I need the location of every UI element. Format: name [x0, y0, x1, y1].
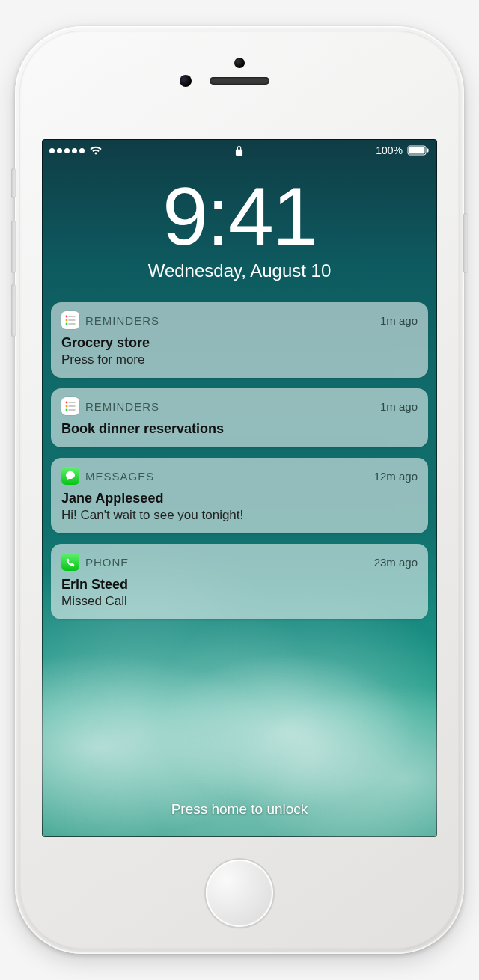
- notification-card[interactable]: MESSAGES 12m ago Jane Appleseed Hi! Can'…: [51, 458, 428, 533]
- unlock-hint: Press home to unlock: [42, 801, 437, 818]
- battery-icon: [407, 145, 430, 156]
- lock-screen[interactable]: 100% 9:41 Wednesday, August 10: [42, 139, 437, 837]
- notification-app-name: REMINDERS: [85, 400, 159, 413]
- notification-title: Erin Steed: [61, 577, 418, 592]
- notification-time: 23m ago: [374, 556, 418, 569]
- notification-card[interactable]: REMINDERS 1m ago Book dinner reservation…: [51, 388, 428, 447]
- svg-point-11: [66, 405, 68, 408]
- home-button[interactable]: [206, 860, 273, 927]
- notification-app-name: REMINDERS: [85, 314, 159, 327]
- power-button[interactable]: [463, 213, 468, 273]
- notification-card[interactable]: PHONE 23m ago Erin Steed Missed Call: [51, 544, 428, 619]
- signal-strength-icon: [49, 148, 85, 153]
- notification-time: 1m ago: [380, 314, 418, 327]
- notification-title: Grocery store: [61, 335, 418, 351]
- reminders-app-icon: [61, 397, 79, 415]
- volume-up-button[interactable]: [11, 221, 16, 273]
- volume-down-button[interactable]: [11, 284, 16, 337]
- notification-time: 1m ago: [380, 400, 418, 413]
- front-camera: [234, 58, 245, 68]
- svg-rect-2: [427, 149, 429, 153]
- status-bar: 100%: [42, 139, 437, 162]
- lock-screen-date: Wednesday, August 10: [42, 260, 437, 281]
- phone-app-icon: [61, 553, 79, 571]
- notification-body: Missed Call: [61, 594, 418, 609]
- notification-app-name: PHONE: [85, 556, 129, 569]
- phone-bezel: 100% 9:41 Wednesday, August 10: [19, 31, 460, 949]
- notification-time: 12m ago: [374, 470, 418, 483]
- svg-point-5: [66, 319, 68, 322]
- wifi-icon: [89, 146, 103, 156]
- notification-card[interactable]: REMINDERS 1m ago Grocery store Press for…: [51, 302, 428, 378]
- svg-point-7: [66, 323, 68, 325]
- battery-percentage: 100%: [376, 144, 403, 156]
- messages-app-icon: [61, 467, 79, 485]
- lock-icon: [235, 145, 243, 156]
- svg-point-9: [66, 402, 68, 404]
- earpiece-speaker: [210, 77, 269, 85]
- notification-title: Jane Appleseed: [61, 491, 418, 506]
- svg-rect-1: [409, 147, 425, 154]
- reminders-app-icon: [61, 311, 79, 329]
- notification-title: Book dinner reservations: [61, 421, 418, 437]
- notification-body: Press for more: [61, 352, 418, 367]
- proximity-sensor: [180, 75, 192, 87]
- mute-switch[interactable]: [11, 168, 16, 198]
- svg-point-3: [66, 316, 68, 318]
- notification-app-name: MESSAGES: [85, 470, 154, 483]
- notification-body: Hi! Can't wait to see you tonight!: [61, 508, 418, 523]
- svg-point-13: [66, 409, 68, 411]
- phone-frame: 100% 9:41 Wednesday, August 10: [15, 26, 464, 954]
- notification-list: REMINDERS 1m ago Grocery store Press for…: [42, 302, 437, 619]
- lock-screen-time: 9:41: [42, 175, 437, 257]
